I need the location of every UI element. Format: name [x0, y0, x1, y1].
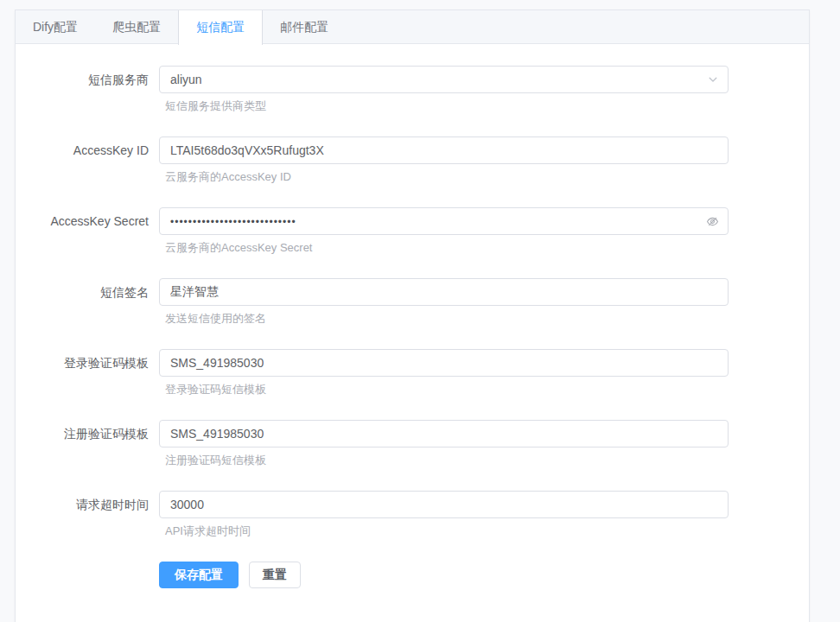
chevron-down-icon: [707, 73, 719, 86]
form-item-sms-signature: 短信签名 发送短信使用的签名: [16, 278, 809, 326]
tab-crawler-config[interactable]: 爬虫配置: [95, 10, 178, 43]
accesskey-secret-input[interactable]: ••••••••••••••••••••••••••••: [159, 207, 729, 235]
eye-off-icon[interactable]: [706, 215, 719, 228]
request-timeout-help: API请求超时时间: [159, 524, 729, 538]
login-captcha-template-label: 登录验证码模板: [16, 349, 159, 397]
accesskey-secret-masked-value: ••••••••••••••••••••••••••••: [170, 216, 296, 228]
form-item-accesskey-id: AccessKey ID 云服务商的AccessKey ID: [16, 136, 809, 184]
form-item-request-timeout: 请求超时时间 API请求超时时间: [16, 491, 809, 538]
accesskey-id-help: 云服务商的AccessKey ID: [159, 169, 729, 184]
accesskey-secret-label: AccessKey Secret: [16, 207, 159, 255]
sms-signature-label: 短信签名: [16, 278, 159, 326]
reset-button[interactable]: 重置: [249, 562, 301, 588]
tab-dify-config[interactable]: Dify配置: [16, 10, 95, 43]
accesskey-id-input[interactable]: [159, 136, 729, 164]
register-captcha-template-help: 注册验证码短信模板: [159, 453, 729, 467]
tab-email-config[interactable]: 邮件配置: [263, 10, 346, 43]
form-item-login-captcha-template: 登录验证码模板 登录验证码短信模板: [16, 349, 809, 397]
login-captcha-template-help: 登录验证码短信模板: [159, 382, 729, 397]
sms-provider-value: aliyun: [170, 73, 202, 86]
tab-sms-config[interactable]: 短信配置: [178, 10, 263, 45]
save-config-button[interactable]: 保存配置: [159, 562, 239, 588]
login-captcha-template-input[interactable]: [159, 349, 729, 377]
sms-signature-help: 发送短信使用的签名: [159, 311, 729, 326]
request-timeout-input[interactable]: [159, 491, 729, 518]
accesskey-secret-help: 云服务商的AccessKey Secret: [159, 240, 729, 255]
config-card: Dify配置 爬虫配置 短信配置 邮件配置 短信服务商 aliyun 短信服务提…: [15, 10, 810, 622]
sms-provider-help: 短信服务提供商类型: [159, 98, 729, 113]
sms-provider-select[interactable]: aliyun: [159, 66, 729, 93]
form-item-sms-provider: 短信服务商 aliyun 短信服务提供商类型: [16, 66, 809, 113]
form-actions: 保存配置 重置: [159, 562, 809, 588]
accesskey-id-label: AccessKey ID: [16, 136, 159, 184]
form-item-accesskey-secret: AccessKey Secret •••••••••••••••••••••••…: [16, 207, 809, 255]
register-captcha-template-label: 注册验证码模板: [16, 420, 159, 467]
sms-config-form: 短信服务商 aliyun 短信服务提供商类型 AccessKey ID 云服务商…: [16, 44, 809, 588]
sms-signature-input[interactable]: [159, 278, 729, 306]
request-timeout-label: 请求超时时间: [16, 491, 159, 538]
register-captcha-template-input[interactable]: [159, 420, 729, 447]
sms-provider-label: 短信服务商: [16, 66, 159, 113]
form-item-register-captcha-template: 注册验证码模板 注册验证码短信模板: [16, 420, 809, 467]
tabs-header: Dify配置 爬虫配置 短信配置 邮件配置: [16, 10, 809, 44]
